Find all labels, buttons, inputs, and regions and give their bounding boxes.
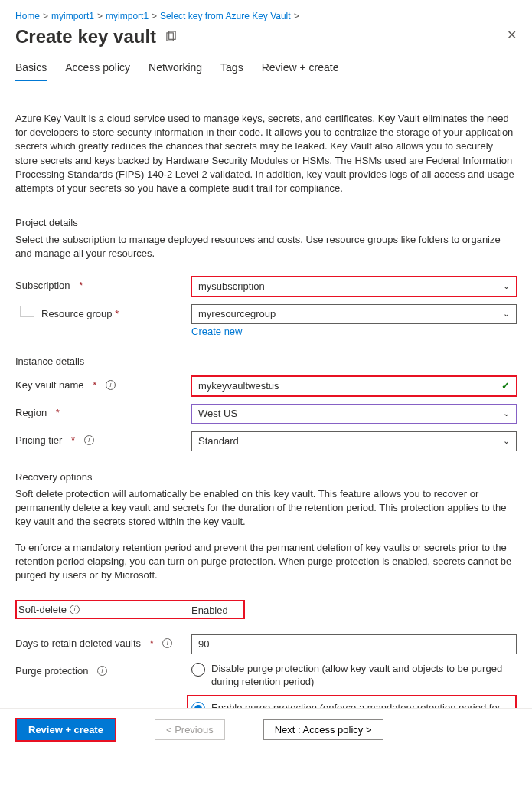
info-icon[interactable]: i — [162, 638, 172, 648]
check-icon: ✓ — [501, 380, 510, 392]
info-icon[interactable]: i — [84, 435, 94, 445]
info-icon[interactable]: i — [97, 666, 107, 676]
key-vault-name-label: Key vault name * i — [15, 376, 191, 391]
recovery-p2: To enforce a mandatory retention period … — [15, 541, 517, 583]
region-label: Region * — [15, 404, 191, 418]
recovery-options-heading: Recovery options — [15, 471, 517, 483]
breadcrumb-link[interactable]: myimport1 — [106, 11, 149, 21]
tab-tags[interactable]: Tags — [220, 61, 243, 81]
breadcrumb-link[interactable]: Select key from Azure Key Vault — [160, 11, 291, 21]
pricing-tier-label: Pricing tier * i — [15, 431, 191, 446]
instance-details-heading: Instance details — [15, 356, 517, 367]
tab-access-policy[interactable]: Access policy — [65, 61, 130, 81]
info-icon[interactable]: i — [70, 605, 80, 614]
chevron-down-icon: ⌄ — [503, 309, 510, 319]
subscription-select[interactable]: mysubscription ⌄ — [191, 277, 517, 297]
days-retain-input[interactable]: 90 — [191, 634, 517, 654]
review-create-button[interactable]: Review + create — [17, 719, 115, 740]
chevron-down-icon: ⌄ — [503, 436, 510, 446]
breadcrumb-link[interactable]: myimport1 — [51, 11, 94, 21]
project-details-sub: Select the subscription to manage deploy… — [15, 233, 517, 261]
resource-group-label: Resource group — [41, 308, 113, 319]
tabs: Basics Access policy Networking Tags Rev… — [15, 61, 517, 81]
soft-delete-label: Soft-delete — [18, 604, 67, 615]
create-key-vault-panel: Home> myimport1> myimport1> Select key f… — [0, 0, 532, 751]
breadcrumb: Home> myimport1> myimport1> Select key f… — [15, 11, 517, 21]
tree-indent-icon — [20, 306, 34, 317]
breadcrumb-link[interactable]: Home — [15, 11, 40, 21]
region-select[interactable]: West US ⌄ — [191, 404, 517, 424]
tab-networking[interactable]: Networking — [149, 61, 202, 81]
purge-disable-radio[interactable]: Disable purge protection (allow key vaul… — [191, 662, 517, 689]
days-retain-label: Days to retain deleted vaults * i — [15, 634, 191, 649]
key-vault-name-input[interactable]: mykeyvaultwestus ✓ — [191, 376, 517, 396]
page-title: Create key vault — [15, 26, 156, 48]
subscription-label: Subscription * — [15, 277, 191, 291]
recovery-p1: Soft delete protection will automaticall… — [15, 487, 517, 529]
intro-text: Azure Key Vault is a cloud service used … — [15, 112, 517, 195]
tab-basics[interactable]: Basics — [15, 61, 47, 81]
create-new-link[interactable]: Create new — [191, 326, 242, 337]
footer-bar: Review + create < Previous Next : Access… — [0, 708, 532, 751]
pricing-tier-select[interactable]: Standard ⌄ — [191, 431, 517, 451]
next-button[interactable]: Next : Access policy > — [263, 719, 383, 740]
soft-delete-value: Enabled — [191, 603, 228, 616]
previous-button: < Previous — [155, 719, 225, 740]
resource-group-select[interactable]: myresourcegroup ⌄ — [191, 304, 517, 324]
info-icon[interactable]: i — [106, 380, 116, 390]
close-icon[interactable]: ✕ — [507, 28, 517, 42]
tab-review-create[interactable]: Review + create — [262, 61, 339, 81]
chevron-down-icon: ⌄ — [503, 408, 510, 418]
pin-icon[interactable] — [165, 31, 177, 43]
chevron-down-icon: ⌄ — [503, 281, 510, 291]
project-details-heading: Project details — [15, 217, 517, 228]
purge-protection-label: Purge protection i — [15, 662, 191, 677]
radio-unselected-icon — [191, 663, 205, 677]
